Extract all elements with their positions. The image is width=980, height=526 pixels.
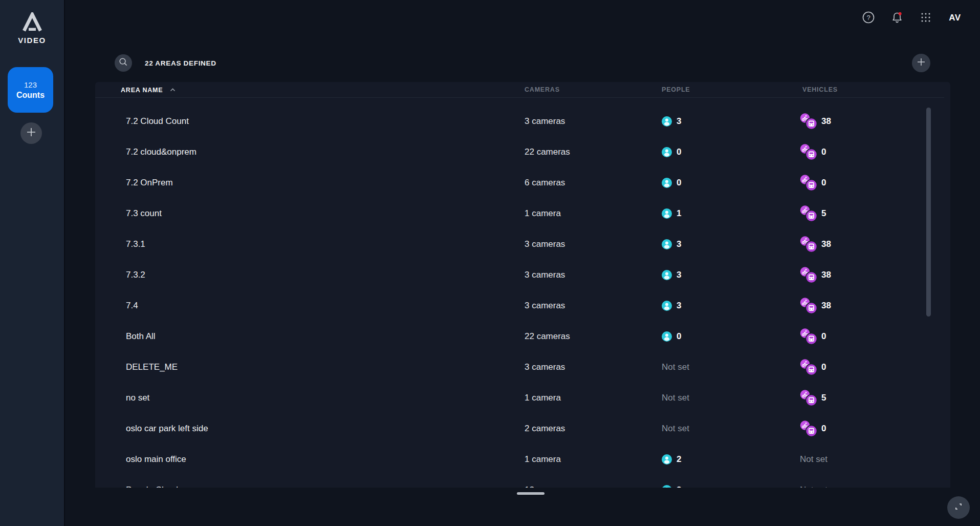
vehicles-icon	[800, 298, 817, 314]
area-name-cell: 7.4	[126, 301, 138, 311]
cameras-cell: 3 cameras	[525, 362, 565, 372]
table-row[interactable]: 7.4 3 cameras 3	[95, 290, 950, 321]
plus-icon	[916, 57, 926, 69]
people-cell: 0	[662, 147, 681, 157]
cameras-cell: 6 cameras	[525, 178, 565, 188]
table-row[interactable]: 7.3 count 1 camera 1	[95, 198, 950, 229]
area-name-cell: 7.3.2	[126, 270, 145, 280]
vertical-scrollbar[interactable]	[926, 108, 931, 317]
expand-button[interactable]	[947, 496, 970, 519]
vehicles-cell: 0	[800, 144, 826, 160]
vehicles-cell: 38	[800, 236, 831, 253]
table-row[interactable]: oslo main office 1 camera 2	[95, 444, 950, 475]
sidebar-add-button[interactable]	[20, 122, 42, 144]
table-row[interactable]: 7.2 OnPrem 6 cameras 0	[95, 167, 950, 198]
panel-resize-handle[interactable]	[517, 492, 545, 495]
people-count: 3	[677, 239, 681, 249]
add-area-button[interactable]	[912, 54, 930, 72]
people-count: 3	[677, 301, 681, 311]
vehicles-cell: 0	[800, 328, 826, 345]
search-button[interactable]	[115, 54, 132, 72]
person-icon	[662, 116, 672, 127]
vehicles-icon	[800, 359, 817, 375]
area-name-cell: 7.3.1	[126, 239, 145, 249]
user-avatar[interactable]: AV	[945, 13, 965, 23]
column-header-area-name[interactable]: AREA NAME	[121, 86, 176, 94]
search-icon	[118, 57, 128, 69]
cameras-cell: 3 cameras	[525, 270, 565, 280]
expand-corners-icon	[954, 502, 963, 513]
table-row[interactable]: no set 1 camera Not set	[95, 383, 950, 413]
people-cell: 3	[662, 270, 681, 280]
vehicles-cell: 38	[800, 267, 831, 283]
people-count: 3	[677, 116, 681, 127]
people-cell: Not set	[662, 393, 689, 403]
area-name-cell: 7.3 count	[126, 208, 162, 219]
help-button[interactable]: ?	[861, 11, 876, 26]
vehicles-icon	[800, 144, 817, 160]
vehicles-icon	[800, 175, 817, 191]
people-cell: 3	[662, 301, 681, 311]
vehicles-cell: 0	[800, 175, 826, 191]
notifications-button[interactable]	[890, 11, 904, 26]
vehicles-cell: Not set	[800, 485, 827, 488]
cameras-cell: 22 cameras	[525, 331, 570, 342]
area-name-cell: Both All	[126, 331, 156, 342]
vehicles-icon	[800, 328, 817, 345]
vehicles-count: 0	[821, 147, 826, 157]
people-cell: 3	[662, 485, 681, 488]
table-row[interactable]: 7.3.1 3 cameras 3	[95, 229, 950, 260]
person-icon	[662, 178, 672, 188]
vehicles-count: 38	[821, 116, 831, 127]
people-cell: 0	[662, 331, 681, 342]
cameras-cell: 3 cameras	[525, 116, 565, 127]
people-count: 1	[677, 208, 681, 219]
table-row[interactable]: 7.2 cloud&onprem 22 cameras 0	[95, 137, 950, 167]
vehicles-cell: 0	[800, 359, 826, 375]
table-row[interactable]: Both All 22 cameras 0	[95, 321, 950, 352]
column-header-cameras[interactable]: CAMERAS	[525, 86, 560, 93]
vehicles-count: 0	[821, 424, 826, 434]
cameras-cell: 2 cameras	[525, 424, 565, 434]
help-icon: ?	[862, 11, 875, 26]
cameras-cell: 1 camera	[525, 208, 561, 219]
vehicles-icon	[800, 205, 817, 222]
person-icon	[662, 301, 672, 311]
people-cell: 0	[662, 178, 681, 188]
area-name-cell: 7.2 OnPrem	[126, 178, 173, 188]
person-icon	[662, 147, 672, 157]
vehicles-cell: 38	[800, 298, 831, 314]
table-row[interactable]: 7.3.2 3 cameras 3	[95, 260, 950, 290]
table-row[interactable]: DELETE_ME 3 cameras Not set	[95, 352, 950, 383]
people-cell: 2	[662, 454, 681, 465]
plus-icon	[26, 127, 37, 140]
vehicles-cell: 38	[800, 113, 831, 130]
vehicles-icon	[800, 390, 817, 406]
area-name-cell: oslo car park left side	[126, 424, 208, 434]
counts-app-label: Counts	[16, 91, 45, 100]
sidebar-item-counts[interactable]: 123 Counts	[8, 67, 53, 113]
vehicles-cell: 5	[800, 205, 826, 222]
cameras-cell: 22 cameras	[525, 147, 570, 157]
people-cell: 3	[662, 239, 681, 249]
vehicles-icon	[800, 420, 817, 437]
cameras-cell: 3 cameras	[525, 239, 565, 249]
vehicles-count: 0	[821, 331, 826, 342]
table-row[interactable]: oslo car park left side 2 cameras Not se…	[95, 413, 950, 444]
svg-text:?: ?	[866, 14, 870, 22]
table-row[interactable]: People Cloud 12 cameras 3	[95, 475, 950, 488]
sidebar: VIDEO 123 Counts	[0, 0, 65, 526]
vehicles-count: Not set	[800, 485, 827, 488]
person-icon	[662, 331, 672, 342]
column-header-people[interactable]: PEOPLE	[662, 86, 690, 93]
column-header-vehicles[interactable]: VEHICLES	[802, 86, 838, 93]
counts-app-number: 123	[24, 80, 37, 89]
area-name-cell: oslo main office	[126, 454, 186, 465]
people-count: 0	[677, 147, 681, 157]
vehicles-count: 38	[821, 301, 831, 311]
vehicles-count: 5	[821, 393, 826, 403]
table-row[interactable]: 7.2 Cloud Count 3 cameras 3	[95, 106, 950, 137]
vehicles-count: 38	[821, 239, 831, 249]
apps-button[interactable]	[919, 11, 933, 26]
area-name-cell: 7.2 Cloud Count	[126, 116, 189, 127]
